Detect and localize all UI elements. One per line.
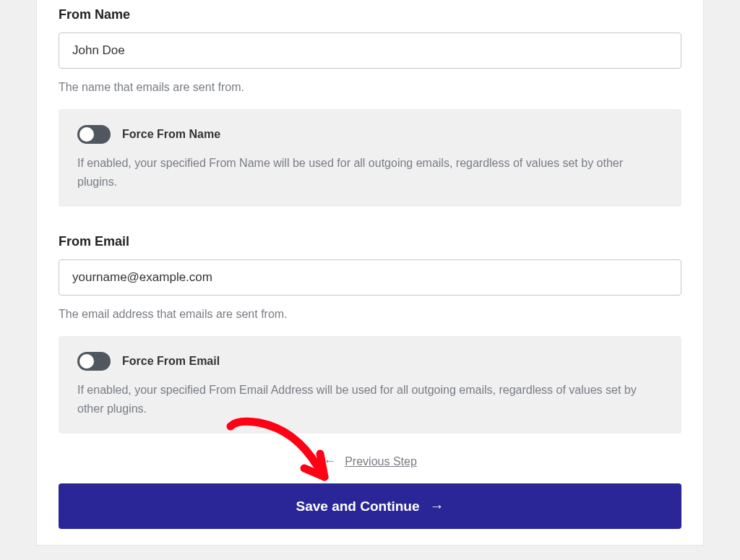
- previous-step-link[interactable]: Previous Step: [345, 455, 417, 468]
- force-from-name-card: Force From Name If enabled, your specifi…: [59, 109, 681, 207]
- force-from-name-toggle[interactable]: [77, 125, 111, 144]
- save-button-label: Save and Continue: [296, 499, 419, 514]
- force-from-name-description: If enabled, your specified From Name wil…: [77, 154, 663, 191]
- from-email-helper: The email address that emails are sent f…: [59, 306, 681, 323]
- from-name-label: From Name: [59, 0, 681, 22]
- from-name-input[interactable]: [59, 33, 681, 69]
- from-email-input[interactable]: [59, 259, 681, 296]
- from-name-helper: The name that emails are sent from.: [59, 79, 681, 96]
- force-from-email-toggle[interactable]: [77, 352, 111, 371]
- force-from-email-card: Force From Email If enabled, your specif…: [59, 336, 681, 434]
- arrow-right-icon: →: [430, 498, 444, 514]
- previous-step-row: ← Previous Step: [59, 454, 681, 469]
- save-and-continue-button[interactable]: Save and Continue →: [59, 483, 681, 529]
- toggle-knob-icon: [79, 354, 94, 369]
- from-email-label: From Email: [59, 227, 681, 249]
- arrow-left-icon: ←: [323, 454, 336, 469]
- toggle-knob-icon: [79, 127, 94, 142]
- force-from-email-description: If enabled, your specified From Email Ad…: [77, 381, 663, 418]
- force-from-email-row: Force From Email: [77, 352, 663, 371]
- force-from-name-row: Force From Name: [77, 125, 663, 144]
- force-from-email-label: Force From Email: [122, 355, 220, 368]
- force-from-name-label: Force From Name: [122, 128, 220, 141]
- settings-card: From Name The name that emails are sent …: [36, 0, 704, 546]
